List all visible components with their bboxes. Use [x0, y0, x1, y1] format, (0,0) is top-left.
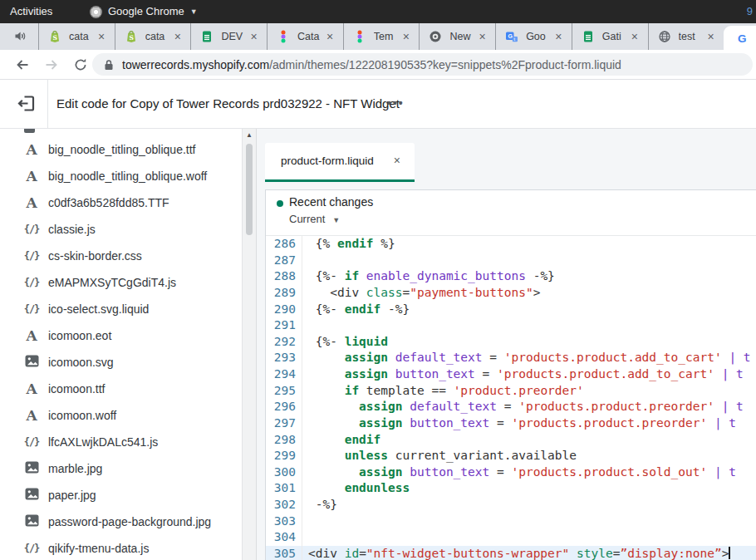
file-item[interactable]: {/}qikify-tmenu-data.js: [0, 535, 241, 560]
file-item[interactable]: marble.jpg: [0, 455, 241, 482]
file-item[interactable]: {/}lfcAXLwjkDALc541.js: [0, 429, 241, 455]
app-menu-label: Google Chrome: [108, 0, 184, 23]
code-line[interactable]: 290 {%- endif -%}: [266, 302, 756, 318]
file-name: password-page-background.jpg: [48, 515, 211, 528]
scroll-up-arrow-icon[interactable]: ▲: [243, 131, 256, 139]
editor-workarea: product-form.liquid × Recent changes Cur…: [257, 129, 756, 560]
browser-tab[interactable]: Tem×: [343, 23, 420, 50]
version-label: Current: [289, 213, 325, 225]
browser-tab[interactable]: G: [724, 26, 756, 50]
file-item[interactable]: Abig_noodle_titling_oblique.woff: [0, 163, 241, 189]
file-name: big_noodle_titling_oblique.woff: [48, 169, 207, 183]
file-item[interactable]: Aicomoon.eot: [0, 322, 241, 349]
chrome-favicon-icon: [429, 30, 443, 44]
code-editor[interactable]: 286 {% endif %}287288 {%- if enable_dyna…: [266, 236, 756, 560]
version-dropdown[interactable]: Current▼: [289, 213, 340, 225]
code-line-content: if template == 'product.preorder': [302, 383, 584, 400]
browser-tab[interactable]: New×: [419, 23, 495, 50]
sheets-favicon-icon: [200, 30, 214, 44]
svg-text:G: G: [738, 32, 747, 45]
browser-tab[interactable]: GtGoo×: [495, 23, 572, 50]
url-path: /admin/themes/122208190535?key=snippets%…: [269, 58, 621, 71]
scrollbar-thumb[interactable]: [246, 144, 253, 235]
code-line[interactable]: 302 -%}: [266, 497, 756, 513]
browser-tab-title: Goo: [526, 31, 553, 42]
code-line[interactable]: 287: [266, 253, 756, 269]
browser-tab[interactable]: Gati×: [572, 23, 648, 50]
code-line[interactable]: 288 {%- if enable_dynamic_buttons -%}: [266, 268, 756, 285]
file-item[interactable]: {/}cs-skin-border.css: [0, 243, 241, 269]
file-item[interactable]: Aicomoon.ttf: [0, 376, 241, 402]
code-line[interactable]: 303: [266, 513, 756, 530]
file-item[interactable]: icomoon.svg: [0, 349, 241, 376]
file-item[interactable]: paper.jpg: [0, 482, 241, 508]
browser-tab-title: New: [449, 31, 477, 42]
browser-tab[interactable]: Cata×: [267, 23, 343, 50]
file-name: big_noodle_titling_oblique.ttf: [48, 143, 195, 156]
code-line[interactable]: 297 assign button_text = 'products.produ…: [266, 415, 756, 432]
tab-close-icon[interactable]: ×: [250, 31, 257, 42]
browser-tab[interactable]: Scata×: [38, 23, 115, 50]
code-line[interactable]: 294 assign button_text = 'products.produ…: [266, 366, 756, 383]
code-file-icon: {/}: [22, 541, 42, 556]
code-line[interactable]: 289 <div class="payment-buttons">: [266, 285, 756, 302]
code-line[interactable]: 305<div id="nft-widget-buttons-wrapper" …: [266, 546, 756, 560]
code-line[interactable]: 300 assign button_text = 'products.produ…: [266, 464, 756, 481]
tab-close-icon[interactable]: ×: [555, 31, 562, 42]
sidebar-scrollbar[interactable]: ▲: [242, 129, 256, 560]
code-line-content: assign button_text = 'products.product.a…: [302, 366, 744, 383]
code-file-icon: {/}: [22, 435, 42, 449]
line-number: 304: [266, 529, 302, 546]
line-number: 303: [266, 513, 302, 530]
file-item[interactable]: Ac0df3a6b528fdd85.TTF: [0, 189, 241, 216]
tab-close-icon[interactable]: ×: [631, 31, 638, 42]
code-line[interactable]: 298 endif: [266, 432, 756, 449]
forward-button[interactable]: [43, 56, 60, 76]
line-number: 300: [266, 464, 302, 481]
editor-tab-label: product-form.liquid: [281, 143, 374, 179]
tab-close-icon[interactable]: ×: [708, 31, 714, 42]
reload-button[interactable]: [73, 57, 88, 76]
code-line[interactable]: 301 endunless: [266, 480, 756, 497]
file-item[interactable]: {/}ico-select.svg.liquid: [0, 296, 241, 322]
code-line[interactable]: 291: [266, 317, 756, 334]
activities-button[interactable]: Activities: [10, 0, 52, 23]
code-line[interactable]: 296 assign default_text = 'products.prod…: [266, 399, 756, 415]
code-file-icon: {/}: [22, 302, 42, 317]
code-line-content: assign button_text = 'products.product.s…: [302, 464, 736, 481]
code-line-content: [302, 317, 308, 334]
tab-close-icon[interactable]: ×: [174, 31, 181, 42]
browser-tab[interactable]: DEV×: [190, 23, 267, 50]
file-item[interactable]: {/}eMAPMXSyTCgGdiT4.js: [0, 269, 241, 296]
app-menu[interactable]: Google Chrome ▼: [90, 0, 198, 23]
address-bar[interactable]: towerrecords.myshopify.com/admin/themes/…: [92, 53, 753, 76]
file-item[interactable]: {/}classie.js: [0, 216, 241, 243]
editor-tab-close-icon[interactable]: ×: [394, 154, 400, 167]
file-item[interactable]: Abig_noodle_titling_oblique.ttf: [0, 136, 241, 163]
more-actions-button[interactable]: •••: [387, 80, 405, 126]
code-line-content: {%- liquid: [302, 334, 388, 351]
back-button[interactable]: [14, 56, 31, 76]
tab-close-icon[interactable]: ×: [479, 31, 485, 42]
file-item[interactable]: password-page-background.jpg: [0, 508, 241, 535]
tab-close-icon[interactable]: ×: [98, 31, 105, 42]
tab-close-icon[interactable]: ×: [403, 31, 410, 42]
code-line[interactable]: 304: [266, 529, 756, 546]
browser-tab[interactable]: test×: [648, 23, 724, 50]
tab-close-icon[interactable]: ×: [326, 31, 333, 42]
chevron-down-icon: ▼: [190, 0, 198, 23]
figma-favicon-icon: [353, 30, 367, 44]
file-item[interactable]: Aicomoon.woff: [0, 402, 241, 429]
code-line[interactable]: 299 unless current_variant.available: [266, 448, 756, 464]
code-line[interactable]: 292 {%- liquid: [266, 334, 756, 351]
code-line[interactable]: 295 if template == 'product.preorder': [266, 383, 756, 400]
browser-tab[interactable]: Scata×: [115, 23, 191, 50]
lock-icon[interactable]: [104, 59, 114, 71]
browser-tab-title: Cata: [297, 31, 325, 42]
code-line[interactable]: 286 {% endif %}: [266, 236, 756, 253]
editor-file-tab[interactable]: product-form.liquid ×: [265, 143, 415, 182]
code-line[interactable]: 293 assign default_text = 'products.prod…: [266, 350, 756, 366]
line-number: 286: [266, 236, 302, 253]
browser-tab-title: Gati: [602, 31, 630, 42]
exit-code-editor-icon[interactable]: [16, 93, 37, 117]
